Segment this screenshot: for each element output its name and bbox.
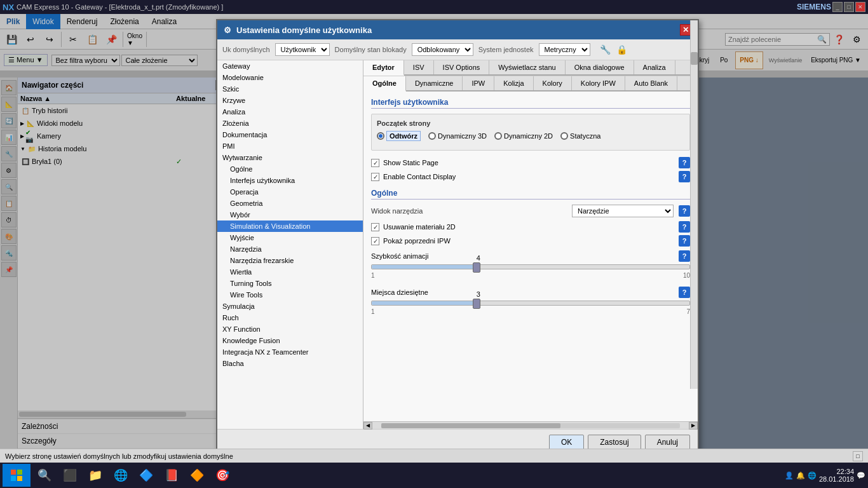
- tree-gateway[interactable]: Gateway: [217, 60, 363, 72]
- h-scroll-right-btn[interactable]: ▶: [689, 422, 698, 430]
- miejsca-thumb[interactable]: [473, 299, 480, 309]
- siemens-label: SIEMENS: [797, 3, 831, 11]
- radio-dyn2d[interactable]: Dynamiczny 2D: [494, 132, 553, 140]
- tree-scrollbar[interactable]: [690, 20, 698, 389]
- title-text: CAM Express 10 - Gateway - [Elektroda_x_…: [17, 3, 223, 11]
- help-widok-narzedzia[interactable]: ?: [679, 205, 690, 217]
- tab-kolory-ipw[interactable]: Kolory IPW: [572, 76, 625, 90]
- radio-dyn3d-btn[interactable]: [428, 132, 436, 140]
- cb-usuwanie-input[interactable]: [371, 223, 379, 231]
- taskbar-taskview-icon[interactable]: ⬛: [58, 464, 81, 487]
- close-button[interactable]: ✕: [855, 2, 865, 12]
- radio-odtworz[interactable]: Odtwórz: [377, 131, 421, 141]
- taskbar-app2-icon[interactable]: 🎯: [211, 464, 234, 487]
- tree-knowledge[interactable]: Knowledge Fusion: [217, 335, 363, 346]
- tab-kolory[interactable]: Kolory: [534, 76, 572, 90]
- tab-wyswietlacz[interactable]: Wyświetlacz stanu: [489, 60, 565, 74]
- tree-dokumentacja[interactable]: Dokumentacja: [217, 129, 363, 140]
- tab-isv[interactable]: ISV: [404, 60, 434, 74]
- tree-simulation[interactable]: Simulation & Visualization: [217, 220, 363, 232]
- cb-contact-display-input[interactable]: [371, 173, 379, 181]
- tree-symulacja[interactable]: Symulacja: [217, 301, 363, 312]
- tab-auto-blank[interactable]: Auto Blank: [625, 76, 677, 90]
- tree-narzedzia-frez[interactable]: Narzędzia frezarskie: [217, 255, 363, 266]
- tab-dynamiczne[interactable]: Dynamiczne: [406, 76, 463, 90]
- tree-scroll-thumb: [691, 52, 698, 65]
- miejsca-track[interactable]: [371, 301, 690, 306]
- tree-narzedzia[interactable]: Narzędzia: [217, 243, 363, 255]
- anuluj-button[interactable]: Anuluj: [645, 435, 690, 450]
- tab-analiza[interactable]: Analiza: [634, 60, 675, 74]
- tree-zlozenia[interactable]: Złożenia: [217, 118, 363, 129]
- taskbar-edge-icon[interactable]: 🔷: [135, 464, 158, 487]
- section-interfejs-header: Interfejs użytkownika: [371, 98, 690, 109]
- help-miejsca[interactable]: ?: [679, 287, 690, 298]
- taskbar-acrobat-icon[interactable]: 📕: [160, 464, 183, 487]
- tree-blacha[interactable]: Blacha: [217, 358, 363, 369]
- tree-pmi[interactable]: PMI: [217, 140, 363, 152]
- szybkosc-label-row: Szybkość animacji ?: [371, 250, 690, 262]
- tab-isv-options[interactable]: ISV Options: [434, 60, 490, 74]
- tab-okna[interactable]: Okna dialogowe: [566, 60, 634, 74]
- tree-modelowanie[interactable]: Modelowanie: [217, 72, 363, 83]
- tab-ipw[interactable]: IPW: [463, 76, 494, 90]
- minimize-button[interactable]: _: [832, 2, 843, 12]
- tree-analiza[interactable]: Analiza: [217, 106, 363, 118]
- tab-edytor[interactable]: Edytor: [363, 60, 404, 76]
- content-h-scroll[interactable]: ◀ ▶: [363, 421, 698, 429]
- settings-icon-1[interactable]: 🔧: [598, 42, 613, 57]
- tree-szkic[interactable]: Szkic: [217, 83, 363, 95]
- widok-narzedzia-select[interactable]: Narzędzie: [572, 205, 674, 217]
- ok-button[interactable]: OK: [549, 435, 584, 450]
- tree-ogolne[interactable]: Ogólne: [217, 163, 363, 175]
- tree-turning-tools[interactable]: Turning Tools: [217, 278, 363, 289]
- tree-ruch[interactable]: Ruch: [217, 312, 363, 323]
- tree-panel: Gateway Modelowanie Szkic Krzywe Analiza…: [217, 60, 363, 429]
- tree-wytwarzanie[interactable]: Wytwarzanie: [217, 152, 363, 163]
- lock-state-select[interactable]: Odblokowany: [412, 43, 473, 56]
- title-bar: NX CAM Express 10 - Gateway - [Elektroda…: [0, 0, 868, 14]
- tab-ogolne[interactable]: Ogólne: [363, 76, 406, 92]
- tree-wiertla[interactable]: Wiertła: [217, 266, 363, 278]
- help-ipw[interactable]: ?: [679, 235, 690, 247]
- help-szybkosc[interactable]: ?: [679, 250, 690, 262]
- taskbar-files-icon[interactable]: 📁: [84, 464, 107, 487]
- tree-wire-tools[interactable]: Wire Tools: [217, 289, 363, 301]
- radio-odtworz-btn[interactable]: [377, 132, 384, 140]
- cb-show-static-input[interactable]: [371, 159, 379, 167]
- tree-wybor[interactable]: Wybór: [217, 209, 363, 220]
- radio-dyn3d[interactable]: Dynamiczny 3D: [428, 132, 487, 140]
- taskbar-search-icon[interactable]: 🔍: [33, 464, 56, 487]
- tree-interfejs[interactable]: Interfejs użytkownika: [217, 175, 363, 186]
- taskbar-app1-icon[interactable]: 🔶: [186, 464, 208, 487]
- help-show-static[interactable]: ?: [679, 157, 690, 168]
- h-scroll-left-btn[interactable]: ◀: [363, 422, 372, 430]
- tree-xy[interactable]: XY Function: [217, 323, 363, 335]
- radio-odtworz-label: Odtwórz: [386, 131, 421, 141]
- tree-wyjscie[interactable]: Wyjście: [217, 232, 363, 243]
- tab-kolizja[interactable]: Kolizja: [494, 76, 533, 90]
- poczatek-strony-title: Początek strony: [377, 119, 684, 127]
- taskbar-chrome-icon[interactable]: 🌐: [109, 464, 132, 487]
- settings-gear-icon: ⚙: [224, 25, 231, 35]
- radio-statyczna-btn[interactable]: [560, 132, 568, 140]
- szybkosc-thumb[interactable]: [473, 262, 480, 273]
- help-contact-display[interactable]: ?: [679, 171, 690, 182]
- szybkosc-track[interactable]: [371, 264, 690, 269]
- settings-icon-2[interactable]: 🔒: [614, 42, 630, 57]
- tree-krzywe[interactable]: Krzywe: [217, 95, 363, 106]
- szybkosc-limits: 1 10: [371, 272, 690, 279]
- units-select[interactable]: Metryczny: [539, 43, 590, 56]
- cb-contact-display: Enable Contact Display ?: [371, 171, 690, 182]
- tree-integracja[interactable]: Integracja NX z Teamcenter: [217, 346, 363, 358]
- help-usuwanie[interactable]: ?: [679, 221, 690, 233]
- user-select[interactable]: Użytkownik: [275, 43, 330, 56]
- start-button[interactable]: [3, 464, 31, 487]
- zastosuj-button[interactable]: Zastosuj: [588, 435, 641, 450]
- tree-operacja[interactable]: Operacja: [217, 186, 363, 198]
- radio-statyczna[interactable]: Statyczna: [560, 132, 600, 140]
- radio-dyn2d-btn[interactable]: [494, 132, 502, 140]
- maximize-button[interactable]: □: [844, 2, 854, 12]
- tree-geometria[interactable]: Geometria: [217, 198, 363, 209]
- cb-ipw-input[interactable]: [371, 237, 379, 245]
